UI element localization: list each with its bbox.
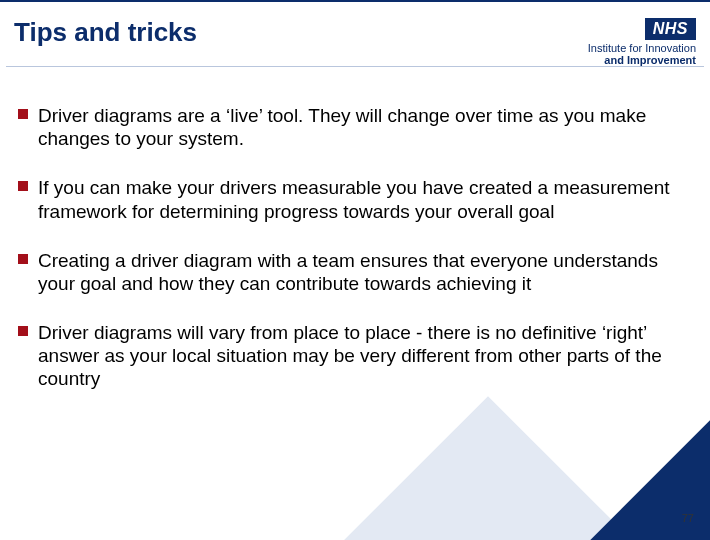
bullet-text: Driver diagrams are a ‘live’ tool. They … bbox=[38, 105, 646, 149]
decoration-diamond-light bbox=[304, 396, 672, 540]
content-area: Driver diagrams are a ‘live’ tool. They … bbox=[18, 104, 688, 417]
page-number: 77 bbox=[682, 512, 694, 524]
bullet-list: Driver diagrams are a ‘live’ tool. They … bbox=[18, 104, 688, 391]
header: Tips and tricks NHS Institute for Innova… bbox=[14, 18, 696, 66]
slide: Tips and tricks NHS Institute for Innova… bbox=[0, 0, 710, 540]
bullet-text: Creating a driver diagram with a team en… bbox=[38, 250, 658, 294]
bullet-text: If you can make your drivers measurable … bbox=[38, 177, 670, 221]
list-item: If you can make your drivers measurable … bbox=[18, 176, 688, 222]
bullet-text: Driver diagrams will vary from place to … bbox=[38, 322, 662, 389]
list-item: Driver diagrams will vary from place to … bbox=[18, 321, 688, 391]
nhs-logo-line1: Institute for Innovation bbox=[588, 42, 696, 54]
list-item: Creating a driver diagram with a team en… bbox=[18, 249, 688, 295]
nhs-badge: NHS bbox=[645, 18, 696, 40]
nhs-logo: NHS Institute for Innovation and Improve… bbox=[588, 18, 696, 66]
slide-title: Tips and tricks bbox=[14, 18, 197, 47]
top-border bbox=[0, 0, 710, 2]
header-divider bbox=[6, 66, 704, 67]
list-item: Driver diagrams are a ‘live’ tool. They … bbox=[18, 104, 688, 150]
nhs-logo-line2: and Improvement bbox=[588, 54, 696, 66]
